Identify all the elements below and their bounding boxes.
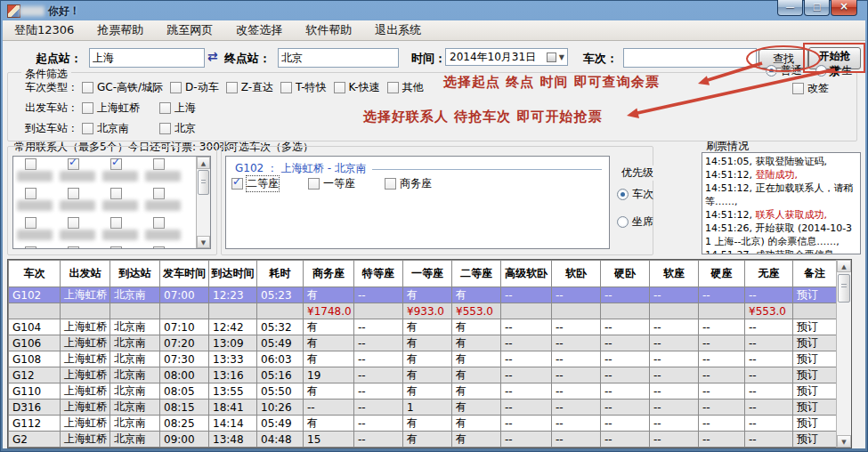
seat-checkbox[interactable]: ✓二等座 [231, 176, 279, 191]
destination-input[interactable] [278, 48, 399, 68]
column-header[interactable]: 高级软卧 [501, 261, 552, 287]
contacts-scrollbar[interactable]: ▲ ▼ [196, 157, 210, 248]
scroll-down-icon[interactable]: ▼ [837, 435, 851, 448]
swap-stations-icon[interactable]: ⇄ [207, 49, 218, 63]
contact-checkbox[interactable]: ✓ [68, 158, 79, 170]
contact-item[interactable]: ✓ [101, 158, 143, 188]
column-header[interactable]: 耗时 [257, 261, 304, 287]
column-header[interactable]: 硬座 [699, 261, 745, 287]
priority-radio[interactable]: 坐席 [617, 214, 653, 230]
filter-checkbox[interactable]: D-动车 [170, 80, 219, 95]
contact-checkbox[interactable] [153, 217, 165, 229]
column-header[interactable]: 商务座 [304, 261, 354, 287]
contact-checkbox[interactable] [25, 188, 37, 199]
contact-item[interactable] [15, 246, 58, 249]
contact-item[interactable] [58, 217, 101, 246]
price-row[interactable]: ¥1748.0¥933.0¥553.0¥553.0 [9, 303, 837, 319]
filter-checkbox[interactable]: 上海虹桥 [82, 101, 159, 116]
seat-checkbox[interactable]: 商务座 [385, 176, 432, 191]
filter-checkbox[interactable]: K-快速 [334, 80, 380, 95]
filter-checkbox[interactable]: 北京 [159, 121, 237, 136]
filter-checkbox[interactable]: 上海 [159, 101, 237, 116]
contact-checkbox[interactable]: ✓ [110, 158, 122, 170]
scroll-down-icon[interactable]: ▼ [197, 236, 210, 248]
column-header[interactable]: 无座 [745, 261, 793, 287]
filter-checkbox[interactable]: T-特快 [280, 80, 327, 95]
train-row[interactable]: G2上海虹桥北京南09:0013:4804:4815--有有----------… [9, 432, 837, 448]
column-header[interactable]: 出发站 [61, 261, 110, 287]
train-row[interactable]: G112上海虹桥北京南08:2514:1405:49有--有有---------… [9, 416, 837, 432]
origin-input[interactable] [89, 48, 205, 68]
contact-checkbox[interactable] [25, 217, 37, 229]
contact-checkbox[interactable] [110, 217, 122, 229]
scrollbar-thumb[interactable] [838, 274, 850, 303]
menu-item[interactable]: 跳至网页 [155, 20, 224, 40]
maximize-button[interactable]: □ [804, 0, 830, 16]
scroll-up-icon[interactable]: ▲ [197, 157, 210, 169]
column-header[interactable]: 二等座 [452, 261, 501, 287]
column-header[interactable]: 车次 [9, 261, 61, 287]
scroll-up-icon[interactable]: ▲ [837, 260, 851, 272]
contact-item[interactable] [15, 217, 58, 246]
checkbox-label: 上海 [174, 101, 196, 116]
train-row[interactable]: G104上海虹桥北京南07:1012:4205:32有--有有---------… [9, 319, 837, 335]
menu-item[interactable]: 改签选择 [224, 20, 294, 40]
menu-item[interactable]: 抢票帮助 [85, 20, 155, 40]
seat-checkbox[interactable]: 一等座 [308, 176, 355, 191]
contact-item[interactable] [143, 217, 186, 246]
column-header[interactable]: 发车时间 [160, 261, 209, 287]
contact-checkbox[interactable] [68, 217, 79, 229]
train-row[interactable]: G110上海虹桥北京南08:0513:5505:50有--有有---------… [9, 383, 837, 400]
column-header[interactable]: 到达时间 [209, 261, 257, 287]
contact-checkbox[interactable] [110, 246, 122, 249]
column-header[interactable]: 软座 [650, 261, 699, 287]
minimize-button[interactable]: — [777, 0, 803, 16]
contact-item[interactable] [58, 188, 101, 217]
contact-item[interactable] [143, 188, 186, 217]
priority-radio[interactable]: 车次 [617, 187, 653, 202]
scrollbar-thumb[interactable] [198, 170, 209, 195]
contact-item[interactable] [15, 188, 58, 217]
contact-item[interactable] [101, 246, 143, 249]
close-button[interactable]: × [831, 0, 857, 16]
column-header[interactable]: 一等座 [403, 261, 452, 287]
menu-item[interactable]: 登陆12306 [3, 20, 85, 40]
contact-item[interactable] [101, 188, 143, 217]
train-row[interactable]: G106上海虹桥北京南07:2013:0905:49有--有有---------… [9, 335, 837, 351]
column-header[interactable]: 到达站 [110, 261, 160, 287]
column-header[interactable]: 软卧 [552, 261, 601, 287]
train-row[interactable]: D316上海虹桥北京南08:1518:4110:26----1有--------… [9, 400, 837, 416]
date-picker[interactable]: 2014年10月31日 ▼ [445, 48, 568, 66]
contact-checkbox[interactable] [110, 188, 122, 199]
contact-checkbox[interactable] [25, 246, 37, 249]
contact-checkbox[interactable] [68, 188, 79, 199]
train-row[interactable]: G108上海虹桥北京南07:3013:3306:03有--有有---------… [9, 351, 837, 367]
filter-checkbox[interactable]: GC-高铁/城际 [82, 80, 163, 95]
table-scrollbar[interactable]: ▲ ▼ [836, 260, 851, 448]
contact-item[interactable] [143, 158, 186, 188]
contact-checkbox[interactable] [153, 158, 165, 170]
filter-checkbox[interactable]: Z-直达 [226, 80, 273, 95]
train-number-input[interactable] [623, 48, 757, 68]
column-header[interactable]: 特等座 [354, 261, 403, 287]
titlebar[interactable]: 你好！ — □ × [0, 0, 868, 20]
menu-item[interactable]: 退出系统 [363, 20, 433, 40]
train-row[interactable]: G102上海虹桥北京南07:0012:2305:23有--有有---------… [9, 287, 837, 303]
contact-checkbox[interactable] [25, 158, 37, 170]
contact-checkbox[interactable] [68, 246, 79, 249]
contact-item[interactable] [58, 246, 101, 249]
contact-item[interactable]: ✓ [58, 158, 101, 188]
contact-item[interactable] [15, 158, 58, 188]
column-header[interactable]: 硬卧 [601, 261, 650, 287]
menu-item[interactable]: 软件帮助 [294, 20, 363, 40]
column-header[interactable]: 备注 [793, 261, 837, 287]
chevron-down-icon[interactable]: ▼ [556, 53, 567, 61]
log-box[interactable]: 14:51:05, 获取登陆验证码,14:51:12, 登陆成功,14:51:1… [702, 152, 861, 254]
contact-item[interactable] [143, 246, 186, 249]
filter-checkbox[interactable]: 北京南 [82, 121, 159, 136]
contact-checkbox[interactable] [153, 188, 165, 199]
filter-checkbox[interactable]: 其他 [387, 80, 424, 95]
contact-checkbox[interactable] [153, 246, 165, 249]
train-row[interactable]: G12上海虹桥北京南08:0013:1605:1619--有有---------… [9, 367, 837, 383]
contact-item[interactable] [101, 217, 143, 246]
